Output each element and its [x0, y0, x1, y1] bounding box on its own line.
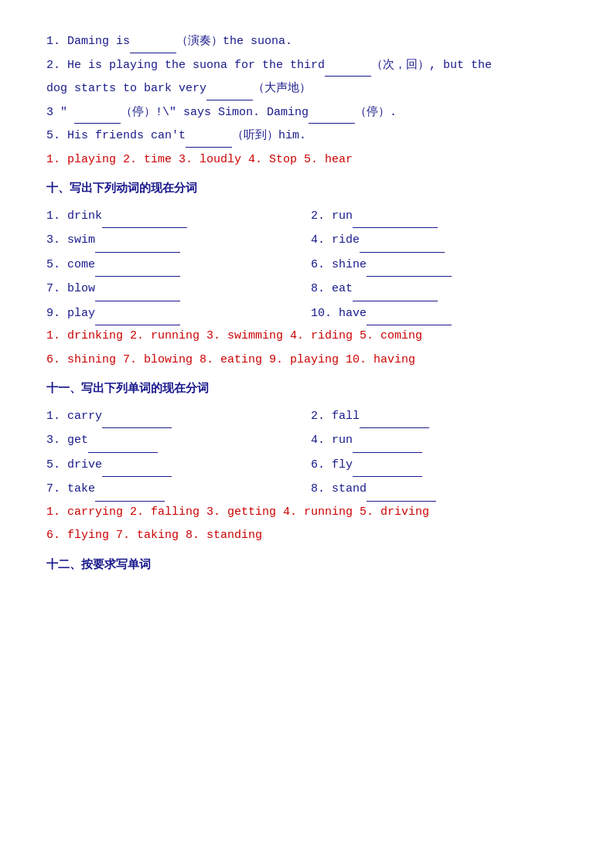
question-2b: dog starts to bark very（大声地）	[46, 78, 568, 100]
q5-hint: （听到）	[232, 129, 278, 142]
section-10-grid: 1. drink 2. run 3. swim 4. ride 5. come …	[46, 204, 568, 326]
q2b-hint: （大声地）	[253, 82, 311, 95]
s10-item-6: 6. shine	[311, 253, 568, 277]
fill-blanks-section: 1. Daming is（演奏）the suona. 2. He is play…	[46, 31, 568, 171]
q2b-blank[interactable]	[206, 100, 253, 100]
question-1: 1. Daming is（演奏）the suona.	[46, 31, 568, 53]
s11-item-2: 2. fall	[311, 404, 568, 429]
q1-text-after: the suona.	[223, 35, 292, 48]
s11-answers-1: 1. carrying 2. falling 3. getting 4. run…	[46, 502, 568, 524]
section-12-title: 十二、按要求写单词	[46, 555, 568, 577]
section-11-grid: 1. carry 2. fall 3. get 4. run 5. drive …	[46, 404, 568, 502]
s11-answers-2: 6. flying 7. taking 8. standing	[46, 525, 568, 547]
s11-item-3: 3. get	[46, 428, 303, 453]
question-2: 2. He is playing the suona for the third…	[46, 55, 568, 77]
q2-blank[interactable]	[325, 76, 371, 77]
q3-text-before: 3 "	[46, 106, 74, 119]
s10-item-9: 9. play	[46, 301, 303, 326]
q3-text-after: .	[390, 106, 397, 119]
s10-item-8: 8. eat	[311, 277, 568, 301]
section-11-title: 十一、写出下列单词的现在分词	[46, 379, 568, 401]
section-10-title: 十、写出下列动词的现在分词	[46, 179, 568, 201]
q3-hint2: （停）	[355, 106, 390, 119]
s10-item-5: 5. come	[46, 253, 303, 277]
s10-item-4: 4. ride	[311, 228, 568, 253]
q3-hint1: （停）	[121, 106, 155, 119]
s10-item-1: 1. drink	[46, 204, 303, 229]
q2-text-after: , but the	[429, 59, 492, 72]
s11-item-8: 8. stand	[311, 477, 568, 502]
q2b-text-before: dog starts to bark very	[46, 82, 206, 95]
section-10: 十、写出下列动词的现在分词 1. drink 2. run 3. swim 4.…	[46, 179, 568, 371]
s11-item-5: 5. drive	[46, 453, 303, 478]
q5-text-after: him.	[278, 129, 306, 142]
s10-item-7: 7. blow	[46, 277, 303, 301]
s10-item-3: 3. swim	[46, 228, 303, 253]
q1-text-before: 1. Daming is	[46, 35, 130, 48]
s11-item-1: 1. carry	[46, 404, 303, 429]
section-11: 十一、写出下列单词的现在分词 1. carry 2. fall 3. get 4…	[46, 379, 568, 547]
s10-item-10: 10. have	[311, 301, 568, 326]
s11-item-6: 6. fly	[311, 453, 568, 478]
q2-hint: （次，回）	[371, 59, 429, 72]
section-12: 十二、按要求写单词	[46, 555, 568, 577]
q5-text-before: 5. His friends can't	[46, 129, 186, 142]
q2-text-before: 2. He is playing the suona for the third	[46, 59, 325, 72]
q1-hint: （演奏）	[176, 35, 223, 48]
s11-item-7: 7. take	[46, 477, 303, 502]
fill-blanks-answers: 1. playing 2. time 3. loudly 4. Stop 5. …	[46, 149, 568, 172]
q5-blank[interactable]	[186, 147, 232, 148]
q3-blank1[interactable]	[74, 123, 121, 124]
q3-text-mid: !\" says Simon. Daming	[155, 106, 309, 119]
question-3: 3 " （停）!\" says Simon. Daming（停）.	[46, 102, 568, 124]
question-5: 5. His friends can't（听到）him.	[46, 125, 568, 148]
q3-blank2[interactable]	[309, 123, 355, 124]
s10-item-2: 2. run	[311, 204, 568, 229]
q1-blank[interactable]	[130, 53, 176, 53]
s10-answers-1: 1. drinking 2. running 3. swimming 4. ri…	[46, 325, 568, 348]
s10-answers-2: 6. shining 7. blowing 8. eating 9. playi…	[46, 349, 568, 372]
s11-item-4: 4. run	[311, 428, 568, 453]
